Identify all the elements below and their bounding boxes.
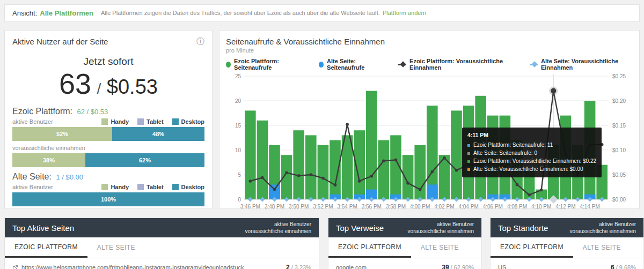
svg-text:$0.05: $0.05 <box>612 172 626 178</box>
svg-text:$0.10: $0.10 <box>612 147 626 153</box>
table-row[interactable]: US 6/ 9.68% <box>491 258 643 269</box>
svg-text:4:04 PM: 4:04 PM <box>458 204 478 210</box>
page-url: https://www.helpsmartphone.com/fr/mobile… <box>21 264 244 269</box>
old-site-users-split-bar: 100% <box>12 192 204 206</box>
svg-text:3:54 PM: 3:54 PM <box>337 204 357 210</box>
ezoic-revenue-split-bar: 38% 62% <box>12 153 204 167</box>
svg-text:3:48 PM: 3:48 PM <box>265 204 284 210</box>
old-site-label: Alte Seite: <box>12 172 52 181</box>
svg-text:25: 25 <box>235 73 241 79</box>
info-icon[interactable]: ⓘ <box>196 37 204 45</box>
svg-text:0: 0 <box>238 197 241 203</box>
svg-text:4:14 PM: 4:14 PM <box>580 204 599 210</box>
view-description: Alle Plattformen zeigen die Daten des Tr… <box>101 10 380 16</box>
view-value: Alle Plattformen <box>40 9 93 17</box>
svg-text:3:52 PM: 3:52 PM <box>313 204 333 210</box>
ezoic-platform-row: Ezoic Plattform: 62 / $0.53 <box>12 107 204 116</box>
top-locations-card: Top Standorte aktive Benutzer voraussich… <box>490 218 644 269</box>
svg-text:4:06 PM: 4:06 PM <box>483 204 503 210</box>
top-active-pages-card: Top Aktive Seiten aktive Benutzer voraus… <box>4 218 319 269</box>
location-code: US <box>498 264 506 269</box>
tab-ezoic-plattform[interactable]: EZOIC PLATTFORM <box>328 237 411 258</box>
svg-text:4:00 PM: 4:00 PM <box>410 204 430 210</box>
desktop-color-chip <box>172 184 179 190</box>
chart-legend: Ezoic Plattform: Seitenaufrufe Alte Seit… <box>226 58 633 71</box>
tab-alte-seite[interactable]: ALTE SEITE <box>411 237 469 258</box>
active-users-title: Aktive Nutzer auf der Seite <box>12 37 108 46</box>
referrer-domain: google.com <box>336 264 367 269</box>
ezoic-platform-label: Ezoic Plattform: <box>12 107 72 116</box>
card-header-metrics: aktive Benutzer voraussichtliche einnahm… <box>245 221 311 235</box>
tablet-color-chip <box>137 118 144 125</box>
card-header-metrics: aktive Benutzer voraussichtliche einnahm… <box>570 221 636 235</box>
old-site-users-label: aktive Benutzer <box>12 184 53 190</box>
svg-text:5: 5 <box>238 172 241 178</box>
legend-handy: Handy <box>101 184 129 190</box>
tab-ezoic-plattform[interactable]: EZOIC PLATTFORM <box>491 237 573 258</box>
change-platform-link[interactable]: Plattform ändern <box>383 10 426 16</box>
svg-text:4:10 PM: 4:10 PM <box>531 204 551 210</box>
legend-tablet: Tablet <box>137 118 164 125</box>
row-metrics: 39/ 62.90% <box>442 264 474 269</box>
legend-ezoic-pageviews[interactable]: Ezoic Plattform: Seitenaufrufe <box>226 58 304 71</box>
external-link-icon <box>12 265 18 269</box>
device-legend: Handy Tablet Desktop <box>101 118 204 125</box>
chart-tooltip: 4:11 PM Ezoic Plattform: Seitenaufrufe: … <box>462 128 602 177</box>
old-site-row: Alte Seite: 1 / $0.00 <box>12 172 204 182</box>
svg-text:3:50 PM: 3:50 PM <box>289 204 309 210</box>
ezoic-platform-value: 62 / $0.53 <box>77 108 108 116</box>
svg-text:4:02 PM: 4:02 PM <box>434 204 454 210</box>
pageviews-earnings-chart[interactable]: 0$0.005$0.0510$0.1015$0.1520$0.2025$0.25… <box>226 72 633 215</box>
legend-oldsite-earnings[interactable]: Alte Seite: Voraussichtliche Einnahmen <box>530 58 633 71</box>
svg-text:10: 10 <box>235 147 241 153</box>
old-site-value: 1 / $0.00 <box>56 173 83 181</box>
now-label: Jetzt sofort <box>12 56 204 68</box>
svg-text:4:08 PM: 4:08 PM <box>507 204 527 210</box>
legend-desktop: Desktop <box>172 184 204 190</box>
svg-text:15: 15 <box>235 123 241 129</box>
dark-line-diamond-icon <box>398 64 406 65</box>
tablet-color-chip <box>137 184 144 190</box>
table-row[interactable]: google.com 39/ 62.90% <box>328 258 481 269</box>
svg-text:$0.20: $0.20 <box>612 98 626 104</box>
svg-text:3:56 PM: 3:56 PM <box>362 204 382 210</box>
pageviews-earnings-card: Seitenaufrufe & Voraussichtliche Einnahm… <box>219 30 640 209</box>
ezoic-revenue-label: voraussichtliche einnahmen <box>12 145 85 151</box>
chart-title: Seitenaufrufe & Voraussichtliche Einnahm… <box>226 37 633 46</box>
svg-text:3:46 PM: 3:46 PM <box>240 204 260 210</box>
row-metrics: 6/ 9.68% <box>611 264 636 269</box>
blue-dot-icon <box>319 62 324 68</box>
card-title: Top Standorte <box>498 223 548 233</box>
table-row[interactable]: https://www.helpsmartphone.com/fr/mobile… <box>5 258 319 269</box>
legend-tablet: Tablet <box>137 184 164 190</box>
current-revenue: $0.53 <box>107 76 158 98</box>
ezoic-users-split-bar: 52% 48% <box>12 127 204 141</box>
legend-ezoic-earnings[interactable]: Ezoic Plattform: Voraussichtliche Einnah… <box>398 58 515 71</box>
svg-text:3:58 PM: 3:58 PM <box>386 204 406 210</box>
desktop-color-chip <box>172 118 179 125</box>
legend-handy: Handy <box>101 118 129 125</box>
svg-text:4:12 PM: 4:12 PM <box>555 204 575 210</box>
row-metrics: 2/ 3.23% <box>286 264 311 269</box>
current-users-revenue: 63 / $0.53 <box>12 69 204 99</box>
legend-desktop: Desktop <box>172 118 204 125</box>
view-label: Ansicht: <box>12 9 37 17</box>
green-dot-icon <box>226 62 231 68</box>
view-bar: Ansicht: Alle Plattformen Alle Plattform… <box>4 4 640 21</box>
split-segment-handy: 52% <box>12 127 112 141</box>
legend-oldsite-pageviews[interactable]: Alte Seite: Seitenaufrufe <box>319 58 383 71</box>
count-revenue-separator: / <box>97 80 101 97</box>
active-user-count: 63 <box>59 68 91 100</box>
tab-alte-seite[interactable]: ALTE SEITE <box>87 237 145 258</box>
svg-text:$0.15: $0.15 <box>612 123 626 129</box>
split-segment-desktop: 100% <box>12 192 204 206</box>
card-title: Top Verweise <box>336 223 384 233</box>
tab-ezoic-plattform[interactable]: EZOIC PLATTFORM <box>5 237 87 258</box>
tab-alte-seite[interactable]: ALTE SEITE <box>573 237 631 258</box>
lightblue-line-diamond-icon <box>530 64 538 65</box>
card-header-metrics: aktive Benutzer voraussichtliche einnahm… <box>408 221 474 235</box>
chart-subtitle: pro Minute <box>226 47 633 54</box>
svg-text:$0.25: $0.25 <box>612 73 626 79</box>
device-legend: Handy Tablet Desktop <box>101 184 204 190</box>
top-referrers-card: Top Verweise aktive Benutzer voraussicht… <box>328 218 482 269</box>
